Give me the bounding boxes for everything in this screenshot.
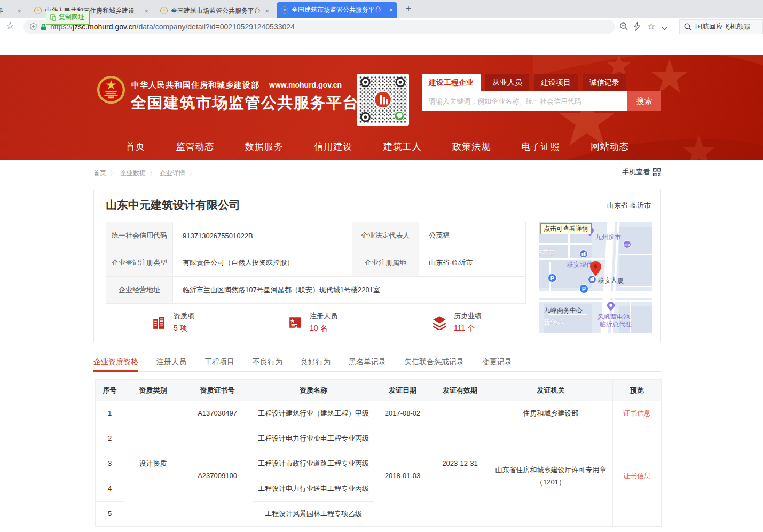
- breadcrumb-row: 首页〉 企业数据〉 企业详情〉 手机查看: [93, 167, 661, 179]
- browser-hot-search[interactable]: [679, 19, 763, 34]
- cell-no: 1: [96, 401, 124, 426]
- reg-type-label: 企业登记注册类型: [106, 249, 173, 277]
- bookmark-star-icon[interactable]: ☆: [6, 20, 14, 32]
- crumb-detail[interactable]: 企业详情: [160, 169, 185, 178]
- table-row: 企业经营地址 临沂市兰山区陶然路107号星河晶都（联安）现代城1号楼2201室: [106, 277, 526, 304]
- col-issue-date: 发证日期: [374, 380, 431, 401]
- legal-rep-value: 公茂福: [419, 222, 526, 249]
- nav-item-certificate[interactable]: 电子证照: [522, 140, 560, 153]
- search-button[interactable]: 搜索: [627, 91, 661, 111]
- cell-name: 工程设计市政行业道路工程专业丙级: [253, 451, 374, 476]
- new-tab-button[interactable]: +: [402, 3, 415, 15]
- map-road: [539, 300, 652, 302]
- company-info-table: 统一社会信用代码 91371302675501022B 企业法定代表人 公茂福 …: [106, 222, 526, 304]
- certificate-info-link[interactable]: 证书信息: [623, 472, 651, 480]
- copy-url-tooltip: 复制网址: [46, 11, 90, 25]
- table-row: 1 设计资质 A137030497 工程设计建筑行业（建筑工程）甲级 2017-…: [96, 401, 662, 426]
- browser-tab-strip: 界 × 中华人民共和国住房和城乡建设 × 全国建筑市场监管公共服务平台 × 全国…: [0, 0, 763, 18]
- tab-projects[interactable]: 工程项目: [204, 356, 234, 372]
- gov-emblem-favicon: [281, 6, 288, 14]
- stat-qualifications: 资质项5 项: [152, 311, 194, 333]
- cell-name: 工程设计电力行业变电工程专业丙级: [253, 426, 374, 451]
- nav-item-policy[interactable]: 政策法规: [452, 140, 491, 153]
- tab-change-records[interactable]: 变更记录: [482, 356, 512, 372]
- tab-blacklist[interactable]: 黑名单记录: [349, 356, 386, 372]
- map-road: [619, 254, 652, 255]
- keyword-search-input[interactable]: [422, 91, 627, 111]
- reg-place-value: 山东省-临沂市: [419, 249, 526, 277]
- search-category-tabs: 建设工程企业 从业人员 建设项目 诚信记录: [422, 74, 661, 91]
- cell-no: 5: [96, 502, 124, 527]
- detail-tabs: 企业资质资格 注册人员 工程项目 不良行为 良好行为 黑名单记录 失信联合惩戒记…: [93, 356, 661, 372]
- company-card: 山东中元建筑设计有限公司 山东省-临沂市 统一社会信用代码 9137130267…: [93, 190, 661, 342]
- parking-icon: P: [548, 273, 557, 283]
- search-row: 搜索: [422, 91, 661, 111]
- cell-category: 设计资质: [124, 401, 182, 527]
- crumb-home[interactable]: 首页: [93, 169, 106, 178]
- lightning-icon[interactable]: [633, 22, 641, 33]
- nav-item-supervision[interactable]: 监管动态: [176, 140, 214, 153]
- map-tooltip: 点击可查看详情: [540, 223, 592, 234]
- ministry-name: 中华人民共和国住房和城乡建设部www.mohurd.gov.cn: [131, 80, 342, 90]
- zoom-out-icon[interactable]: [619, 22, 628, 33]
- tab-separator: [27, 5, 27, 13]
- cell-valid-until: 2023-12-31: [431, 401, 489, 527]
- mobile-view-button[interactable]: 手机查看: [622, 167, 661, 177]
- table-row: 统一社会信用代码 91371302675501022B 企业法定代表人 公茂福: [106, 222, 526, 249]
- cell-name: 工程设计建筑行业（建筑工程）甲级: [253, 401, 374, 426]
- atm-icon: ATM: [623, 240, 631, 248]
- crumb-enterprise-data[interactable]: 企业数据: [120, 169, 146, 178]
- address-label: 企业经营地址: [106, 277, 173, 304]
- map-label-business-center: 九峰商务中心: [544, 306, 583, 315]
- certificate-icon: [288, 315, 303, 330]
- location-map[interactable]: 点击可查看详情 九州超市 ATM 纪花园 联安现代城 联安大厦 P P 九峰商务…: [539, 222, 652, 333]
- qr-code: [357, 74, 409, 126]
- address-value: 临沂市兰山区陶然路107号星河晶都（联安）现代城1号楼2201室: [173, 277, 526, 304]
- hot-search-input[interactable]: [695, 23, 758, 31]
- address-bar[interactable]: https://jzsc.mohurd.gov.cn/data/company/…: [23, 20, 615, 34]
- parking-icon: P: [579, 284, 588, 293]
- favorite-star-icon[interactable]: ☆: [647, 21, 655, 32]
- browser-tab-active[interactable]: 全国建筑市场监管公共服务平台 ×: [277, 2, 397, 18]
- map-label-supermarket: 九州超市: [595, 233, 621, 242]
- col-valid-until: 发证有效期: [431, 380, 489, 401]
- qualification-table: 序号 资质类别 资质证书号 资质名称 发证日期 发证有效期 发证机关 预览 1 …: [95, 379, 662, 527]
- tab-bad-behavior[interactable]: 不良行为: [253, 356, 282, 372]
- col-name: 资质名称: [253, 380, 374, 401]
- tab-registered-personnel[interactable]: 注册人员: [156, 356, 186, 372]
- search-icon: [684, 23, 691, 30]
- cell-name: 工程设计电力行业送电工程专业丙级: [253, 476, 374, 502]
- shield-icon[interactable]: [30, 23, 37, 30]
- ministry-url: www.mohurd.gov.cn: [269, 81, 342, 89]
- search-tab-personnel[interactable]: 从业人员: [485, 74, 529, 91]
- col-authority: 发证机关: [489, 380, 613, 401]
- main-nav: 首页 监管动态 数据服务 信用建设 建筑工人 政策法规 电子证照 网站动态: [126, 140, 629, 153]
- table-header-row: 序号 资质类别 资质证书号 资质名称 发证日期 发证有效期 发证机关 预览: [96, 380, 662, 401]
- certificate-info-link[interactable]: 证书信息: [623, 409, 651, 417]
- tab-close-icon[interactable]: ×: [389, 6, 393, 14]
- tab-qualifications[interactable]: 企业资质资格: [93, 356, 138, 372]
- nav-item-news[interactable]: 网站动态: [591, 140, 629, 153]
- building-poi-icon: [588, 275, 596, 284]
- tab-separator: [154, 5, 154, 13]
- tab-close-icon[interactable]: ×: [265, 7, 269, 15]
- cell-name: 工程设计风景园林工程专项乙级: [253, 502, 374, 527]
- map-label-xinhua: 新华苑: [543, 318, 564, 327]
- search-tab-enterprise[interactable]: 建设工程企业: [422, 74, 481, 91]
- nav-item-data-service[interactable]: 数据服务: [245, 140, 284, 153]
- cell-no: 3: [96, 451, 124, 476]
- tab-close-icon[interactable]: ×: [144, 7, 148, 15]
- tab-dishonesty[interactable]: 失信联合惩戒记录: [404, 356, 464, 372]
- nav-item-workers[interactable]: 建筑工人: [383, 140, 422, 153]
- browser-tab-partial[interactable]: 界 ×: [0, 4, 26, 18]
- platform-title: 全国建筑市场监管公共服务平台: [131, 92, 359, 114]
- browser-tab-jzsc[interactable]: 全国建筑市场监管公共服务平台 ×: [156, 4, 273, 18]
- tab-good-behavior[interactable]: 良好行为: [301, 356, 331, 372]
- tab-close-icon[interactable]: ×: [17, 7, 21, 15]
- search-tab-credit[interactable]: 诚信记录: [583, 74, 626, 91]
- search-tab-project[interactable]: 建设项目: [534, 74, 578, 91]
- nav-item-home[interactable]: 首页: [126, 140, 145, 153]
- chevron-down-icon[interactable]: [661, 24, 668, 33]
- nav-item-credit[interactable]: 信用建设: [314, 140, 352, 153]
- company-location-pin: [590, 261, 601, 276]
